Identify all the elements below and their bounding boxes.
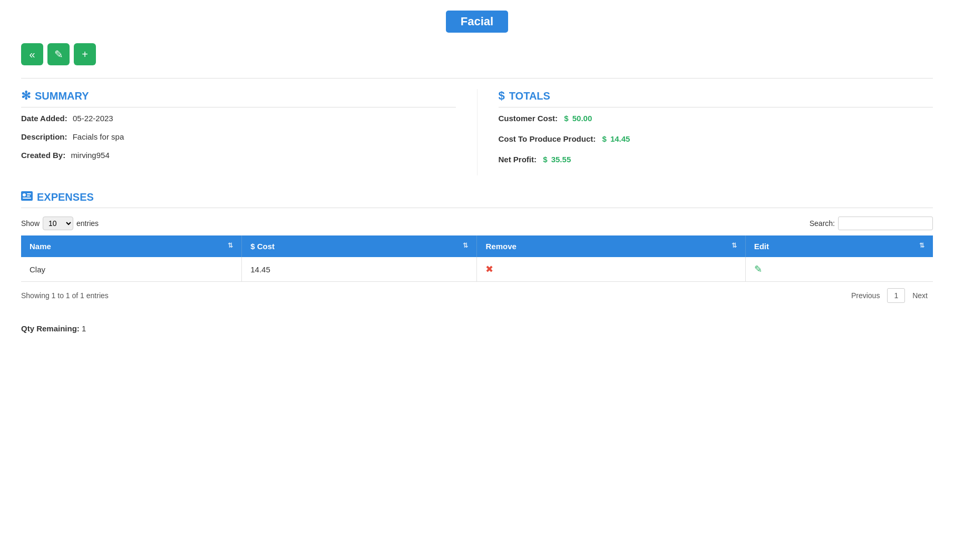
- title-bar: Facial: [21, 11, 933, 33]
- sort-arrows-cost[interactable]: ⇅: [463, 242, 468, 249]
- page-number[interactable]: 1: [887, 288, 905, 303]
- pagination-controls: Previous 1 Next: [846, 288, 933, 303]
- summary-icon: ✻: [21, 89, 31, 103]
- divider: [21, 78, 933, 78]
- show-entries-control: Show 10 25 50 100 entries: [21, 217, 99, 230]
- table-controls: Show 10 25 50 100 entries Search:: [21, 217, 933, 230]
- previous-button[interactable]: Previous: [846, 289, 885, 302]
- summary-heading: ✻ SUMMARY: [21, 89, 456, 107]
- cost-produce-field: Cost To Produce Product: $ 14.45: [499, 134, 933, 143]
- date-field: Date Added: 05-22-2023: [21, 114, 456, 123]
- expenses-table: Name ⇅ $ Cost ⇅ Remove ⇅ Edit ⇅: [21, 235, 933, 282]
- action-buttons: « ✎ +: [21, 43, 933, 65]
- table-row: Clay 14.45 ✖ ✎: [21, 257, 933, 282]
- expenses-icon: [21, 191, 33, 203]
- sort-arrows-name[interactable]: ⇅: [228, 242, 233, 249]
- svg-rect-2: [27, 193, 31, 194]
- dollar-icon: $: [499, 89, 505, 103]
- cell-remove: ✖: [477, 257, 745, 282]
- table-body: Clay 14.45 ✖ ✎: [21, 257, 933, 282]
- search-input[interactable]: [838, 217, 933, 230]
- svg-rect-4: [23, 198, 31, 199]
- col-edit: Edit ⇅: [745, 235, 933, 257]
- svg-rect-3: [27, 195, 30, 197]
- cell-name: Clay: [21, 257, 242, 282]
- col-remove: Remove ⇅: [477, 235, 745, 257]
- cell-cost: 14.45: [242, 257, 477, 282]
- edit-button[interactable]: ✎: [47, 43, 70, 65]
- col-name: Name ⇅: [21, 235, 242, 257]
- net-profit-field: Net Profit: $ 35.55: [499, 155, 933, 164]
- entries-select[interactable]: 10 25 50 100: [43, 217, 73, 230]
- expenses-section: EXPENSES Show 10 25 50 100 entries Searc…: [21, 191, 933, 303]
- customer-cost-field: Customer Cost: $ 50.00: [499, 114, 933, 123]
- back-button[interactable]: «: [21, 43, 43, 65]
- summary-column: ✻ SUMMARY Date Added: 05-22-2023 Descrip…: [21, 89, 477, 175]
- remove-button[interactable]: ✖: [485, 263, 493, 275]
- showing-text: Showing 1 to 1 of 1 entries: [21, 291, 109, 300]
- search-box: Search:: [810, 217, 933, 230]
- info-row: ✻ SUMMARY Date Added: 05-22-2023 Descrip…: [21, 89, 933, 175]
- created-by-field: Created By: mirving954: [21, 151, 456, 160]
- totals-column: $ TOTALS Customer Cost: $ 50.00 Cost To …: [477, 89, 933, 175]
- sort-arrows-edit[interactable]: ⇅: [919, 242, 924, 249]
- qty-remaining: Qty Remaining: 1: [21, 324, 933, 333]
- pagination-row: Showing 1 to 1 of 1 entries Previous 1 N…: [21, 288, 933, 303]
- svg-rect-1: [23, 193, 26, 197]
- next-button[interactable]: Next: [907, 289, 933, 302]
- sort-arrows-remove[interactable]: ⇅: [732, 242, 737, 249]
- description-field: Description: Facials for spa: [21, 132, 456, 141]
- page-title: Facial: [446, 11, 508, 33]
- expenses-heading: EXPENSES: [21, 191, 933, 208]
- totals-heading: $ TOTALS: [499, 89, 933, 107]
- add-button[interactable]: +: [74, 43, 96, 65]
- cell-edit: ✎: [745, 257, 933, 282]
- table-header: Name ⇅ $ Cost ⇅ Remove ⇅ Edit ⇅: [21, 235, 933, 257]
- row-edit-button[interactable]: ✎: [754, 263, 762, 275]
- col-cost: $ Cost ⇅: [242, 235, 477, 257]
